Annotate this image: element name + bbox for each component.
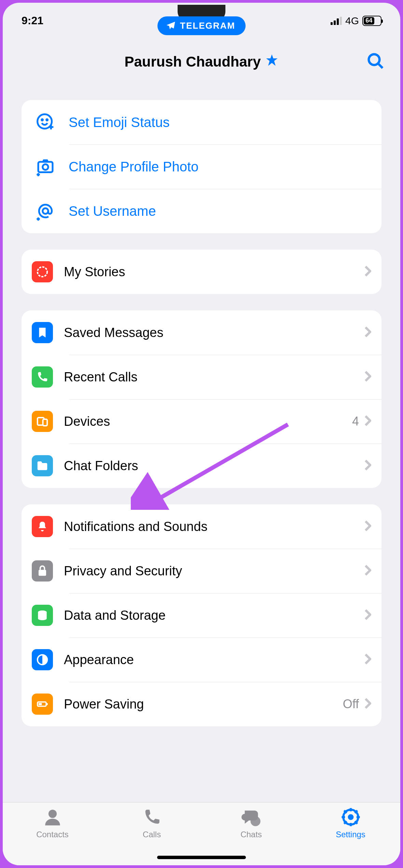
row-label: Devices <box>64 414 352 429</box>
row-label: Chat Folders <box>64 459 364 473</box>
tab-settings[interactable]: Settings <box>301 807 400 865</box>
app-pill-label: TELEGRAM <box>180 20 235 31</box>
svg-line-1 <box>378 64 383 68</box>
contacts-icon <box>43 807 62 827</box>
search-button[interactable] <box>366 52 385 72</box>
row-label: Data and Storage <box>64 608 364 623</box>
row-label: Set Username <box>69 204 156 219</box>
svg-point-25 <box>250 816 260 826</box>
chats-icon <box>241 807 261 827</box>
app-pill[interactable]: TELEGRAM <box>157 16 246 35</box>
svg-rect-17 <box>39 570 46 576</box>
svg-point-8 <box>43 164 48 170</box>
profile-actions-group: Set Emoji Status Change Profile Photo Se… <box>22 100 381 233</box>
database-icon <box>32 605 53 626</box>
row-label: Power Saving <box>64 697 343 712</box>
preferences-group: Notifications and Sounds Privacy and Sec… <box>22 504 381 726</box>
power-saving-value: Off <box>343 697 359 711</box>
svg-point-24 <box>48 810 56 818</box>
svg-point-14 <box>38 267 47 277</box>
row-label: Change Profile Photo <box>69 159 198 174</box>
tab-label: Contacts <box>36 830 69 839</box>
lock-icon <box>32 560 53 582</box>
set-username-row[interactable]: Set Username <box>22 189 381 233</box>
bookmark-icon <box>32 322 53 343</box>
settings-content: Set Emoji Status Change Profile Photo Se… <box>3 85 400 802</box>
svg-rect-22 <box>39 703 42 705</box>
chevron-right-icon <box>364 326 371 339</box>
chevron-right-icon <box>364 370 371 383</box>
battery-icon <box>32 694 53 715</box>
svg-point-0 <box>369 54 380 65</box>
svg-rect-16 <box>43 419 47 426</box>
chevron-right-icon <box>364 265 371 278</box>
tab-label: Settings <box>336 830 365 839</box>
devices-icon <box>32 411 53 432</box>
settings-header: Paurush Chaudhary <box>3 39 400 85</box>
status-indicators: 4G 64 <box>331 15 381 27</box>
change-profile-photo-row[interactable]: Change Profile Photo <box>22 144 381 189</box>
chevron-right-icon <box>364 609 371 622</box>
svg-rect-21 <box>47 703 48 705</box>
battery-level: 64 <box>364 17 374 25</box>
cellular-signal-icon <box>331 17 342 25</box>
chevron-right-icon <box>364 653 371 666</box>
home-indicator[interactable] <box>157 856 246 859</box>
power-saving-row[interactable]: Power Saving Off <box>22 682 381 726</box>
row-label: My Stories <box>64 265 364 279</box>
set-emoji-status-row[interactable]: Set Emoji Status <box>22 100 381 144</box>
privacy-row[interactable]: Privacy and Security <box>22 549 381 593</box>
stories-group: My Stories <box>22 250 381 294</box>
chevron-right-icon <box>364 698 371 711</box>
row-label: Recent Calls <box>64 370 364 384</box>
network-type: 4G <box>345 15 359 27</box>
chevron-right-icon <box>364 415 371 428</box>
chat-folders-row[interactable]: Chat Folders <box>22 444 381 488</box>
chevron-right-icon <box>364 564 371 577</box>
row-label: Notifications and Sounds <box>64 519 364 534</box>
chat-management-group: Saved Messages Recent Calls Devices 4 <box>22 310 381 488</box>
at-plus-icon <box>32 201 59 221</box>
row-label: Saved Messages <box>64 325 364 340</box>
profile-name: Paurush Chaudhary <box>124 54 261 70</box>
notifications-row[interactable]: Notifications and Sounds <box>22 504 381 549</box>
status-time: 9:21 <box>22 14 43 27</box>
tab-label: Calls <box>143 830 161 839</box>
chevron-right-icon <box>364 459 371 472</box>
status-bar: 9:21 TELEGRAM 4G 64 <box>3 3 400 39</box>
saved-messages-row[interactable]: Saved Messages <box>22 310 381 355</box>
smile-plus-icon <box>32 113 59 132</box>
svg-point-27 <box>348 814 353 820</box>
phone-icon <box>32 366 53 388</box>
gear-icon <box>341 807 361 827</box>
svg-point-4 <box>46 119 48 121</box>
row-label: Set Emoji Status <box>69 115 170 130</box>
devices-count: 4 <box>352 414 359 429</box>
chevron-right-icon <box>364 520 371 533</box>
phone-icon <box>142 807 162 827</box>
folder-icon <box>32 455 53 476</box>
recent-calls-row[interactable]: Recent Calls <box>22 355 381 399</box>
tab-bar: Contacts Calls Chats Settings <box>3 802 400 865</box>
data-storage-row[interactable]: Data and Storage <box>22 593 381 638</box>
telegram-plane-icon <box>166 21 176 31</box>
svg-point-3 <box>42 119 43 121</box>
contrast-circle-icon <box>32 649 53 670</box>
search-icon <box>366 52 385 70</box>
tab-contacts[interactable]: Contacts <box>3 807 102 865</box>
camera-plus-icon <box>32 157 59 176</box>
bell-icon <box>32 516 53 537</box>
phone-frame: 9:21 TELEGRAM 4G 64 Paurush Chaudhary <box>3 3 400 865</box>
appearance-row[interactable]: Appearance <box>22 638 381 682</box>
tab-label: Chats <box>240 830 262 839</box>
page-title: Paurush Chaudhary <box>124 53 278 70</box>
devices-row[interactable]: Devices 4 <box>22 399 381 444</box>
stories-icon <box>32 261 53 282</box>
premium-star-icon <box>265 53 279 70</box>
battery-icon: 64 <box>362 16 381 26</box>
row-label: Privacy and Security <box>64 564 364 578</box>
my-stories-row[interactable]: My Stories <box>22 250 381 294</box>
row-label: Appearance <box>64 653 364 667</box>
